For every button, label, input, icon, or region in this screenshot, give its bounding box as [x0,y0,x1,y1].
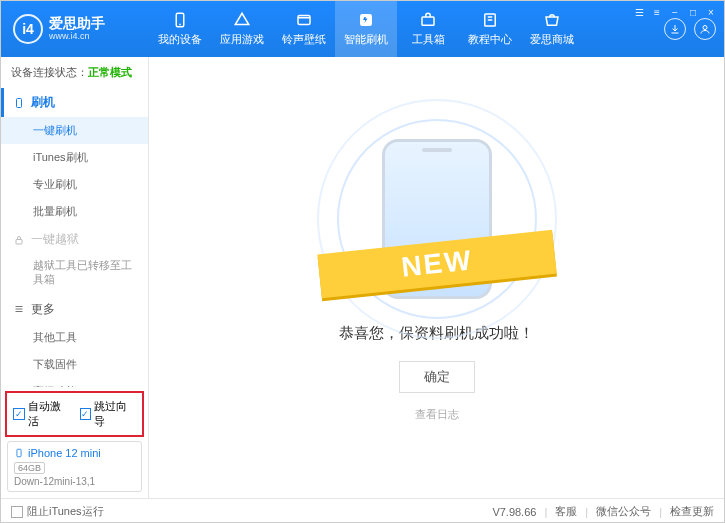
sidebar-item-oneclick-flash[interactable]: 一键刷机 [1,117,148,144]
svg-rect-9 [17,98,22,107]
device-small-icon [14,446,24,460]
brand-url: www.i4.cn [49,32,105,42]
logo-icon: i4 [13,14,43,44]
app-header: i4 爱思助手 www.i4.cn 我的设备 应用游戏 铃声壁纸 智能刷机 工具… [1,1,724,57]
toolbox-icon [419,11,437,29]
sidebar-item-download-firmware[interactable]: 下载固件 [1,351,148,378]
status-mode: 正常模式 [88,66,132,78]
apps-icon [233,11,251,29]
ok-button[interactable]: 确定 [399,361,475,393]
list-icon [13,303,25,315]
download-button[interactable] [664,18,686,40]
sidebar-group-more[interactable]: 更多 [1,295,148,324]
wechat-link[interactable]: 微信公众号 [596,504,651,519]
connection-status: 设备连接状态：正常模式 [1,57,148,88]
menu-icon[interactable]: ☰ [632,5,646,19]
sidebar: 设备连接状态：正常模式 刷机 一键刷机 iTunes刷机 专业刷机 批量刷机 一… [1,57,149,498]
shop-icon [543,11,561,29]
nav-smart-flash[interactable]: 智能刷机 [335,1,397,57]
svg-rect-14 [17,449,21,457]
maximize-icon[interactable]: □ [686,5,700,19]
options-highlight: ✓自动激活 ✓跳过向导 [5,391,144,437]
window-controls: ☰ ≡ − □ × [632,5,718,19]
minimize-icon[interactable]: − [668,5,682,19]
nav-my-device[interactable]: 我的设备 [149,1,211,57]
device-detail: Down-12mini-13,1 [14,476,135,487]
auto-activate-checkbox[interactable]: ✓自动激活 [13,399,70,429]
jailbreak-note: 越狱工具已转移至工具箱 [1,254,148,295]
device-card[interactable]: iPhone 12 mini 64GB Down-12mini-13,1 [7,441,142,492]
sidebar-item-batch-flash[interactable]: 批量刷机 [1,198,148,225]
sidebar-group-jailbreak[interactable]: 一键越狱 [1,225,148,254]
device-icon [171,11,189,29]
settings-icon[interactable]: ≡ [650,5,664,19]
flash-icon [357,11,375,29]
sidebar-item-itunes-flash[interactable]: iTunes刷机 [1,144,148,171]
sidebar-item-other-tools[interactable]: 其他工具 [1,324,148,351]
skip-guide-checkbox[interactable]: ✓跳过向导 [80,399,137,429]
check-update-link[interactable]: 检查更新 [670,504,714,519]
sidebar-item-advanced[interactable]: 高级功能 [1,378,148,387]
phone-icon [13,97,25,109]
music-icon [295,11,313,29]
version-label: V7.98.66 [492,506,536,518]
block-itunes-label: 阻止iTunes运行 [27,504,104,519]
main-nav: 我的设备 应用游戏 铃声壁纸 智能刷机 工具箱 教程中心 爱思商城 [149,1,656,57]
device-storage-badge: 64GB [14,462,45,474]
user-button[interactable] [694,18,716,40]
block-itunes-checkbox[interactable] [11,506,23,518]
nav-tutorials[interactable]: 教程中心 [459,1,521,57]
nav-apps[interactable]: 应用游戏 [211,1,273,57]
support-link[interactable]: 客服 [555,504,577,519]
main-content: NEW 恭喜您，保资料刷机成功啦！ 确定 查看日志 [149,57,724,498]
view-log-link[interactable]: 查看日志 [415,407,459,422]
device-name: iPhone 12 mini [14,446,135,460]
footer: 阻止iTunes运行 V7.98.66 | 客服 | 微信公众号 | 检查更新 [1,498,724,523]
brand-title: 爱思助手 [49,16,105,31]
nav-toolbox[interactable]: 工具箱 [397,1,459,57]
sidebar-item-pro-flash[interactable]: 专业刷机 [1,171,148,198]
svg-rect-4 [422,17,434,25]
svg-rect-10 [16,239,22,244]
nav-ringtones[interactable]: 铃声壁纸 [273,1,335,57]
success-illustration: NEW [337,134,537,304]
lock-icon [13,234,25,246]
sidebar-group-flash[interactable]: 刷机 [1,88,148,117]
svg-point-8 [703,26,707,30]
brand: i4 爱思助手 www.i4.cn [1,1,149,57]
svg-rect-2 [298,16,310,25]
book-icon [481,11,499,29]
close-icon[interactable]: × [704,5,718,19]
nav-shop[interactable]: 爱思商城 [521,1,583,57]
